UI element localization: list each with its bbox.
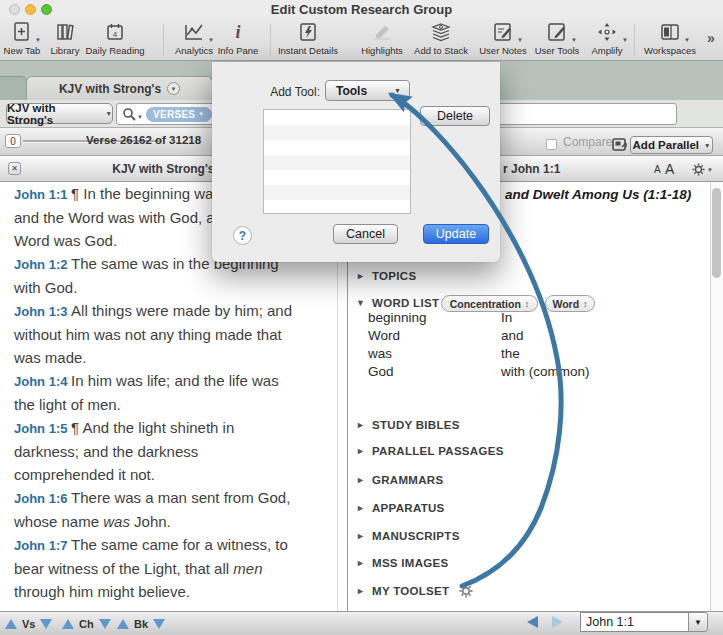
disclosure-triangle-icon[interactable]: ► <box>356 586 365 596</box>
verse-ref[interactable]: John 1:7 <box>14 538 71 553</box>
tab-menu-button[interactable]: ▼ <box>167 82 180 95</box>
verses-scope-pill[interactable]: VERSES▼ <box>146 107 212 122</box>
dropdown-caret-icon: ▼ <box>684 37 690 43</box>
dropdown-caret-icon: ▼ <box>707 167 713 173</box>
svg-text:4: 4 <box>113 30 118 39</box>
version-dropdown-button[interactable]: KJV with Strong's ▼ <box>6 103 113 124</box>
section-manuscripts[interactable]: ► MANUSCRIPTS <box>356 529 460 543</box>
search-icon[interactable] <box>122 107 136 121</box>
disclosure-triangle-icon[interactable]: ▼ <box>356 298 365 308</box>
word-list-value: In <box>501 310 512 325</box>
verse-ref[interactable]: John 1:6 <box>14 491 71 506</box>
instant-details-icon <box>297 20 319 44</box>
pane-settings-button[interactable]: ▼ <box>692 163 713 176</box>
disclosure-triangle-icon[interactable]: ► <box>356 420 365 430</box>
help-button[interactable]: ? <box>233 226 252 245</box>
updown-arrows-icon: ↕ <box>525 299 530 309</box>
amplify-icon: ▼ <box>595 20 619 44</box>
pane-detach-icon[interactable] <box>612 137 628 156</box>
right-pane-scrollbar-thumb[interactable] <box>712 188 721 278</box>
disclosure-triangle-icon[interactable]: ► <box>356 558 365 568</box>
verse-ref[interactable]: John 1:4 <box>14 374 71 389</box>
search-scope-caret-icon: ▼ <box>137 114 143 120</box>
book-nav-group: Bk <box>117 618 165 630</box>
chapter-nav-group: Ch <box>62 618 111 630</box>
stack-icon <box>429 20 453 44</box>
section-mss-images[interactable]: ► MSS IMAGES <box>356 556 448 570</box>
dropdown-caret-icon: ▼ <box>106 110 112 117</box>
tool-list-box[interactable] <box>263 109 411 214</box>
reference-dropdown-button[interactable]: ▼ <box>688 612 708 632</box>
disclosure-triangle-icon[interactable]: ► <box>356 475 365 485</box>
user-notes-icon: ▼ <box>492 20 514 44</box>
compare-checkbox[interactable] <box>546 139 557 150</box>
background-tab-stub[interactable] <box>0 76 27 100</box>
right-pane-title: r John 1:1 <box>503 162 560 176</box>
concentration-sort-dropdown[interactable]: Concentration↕ <box>441 295 538 312</box>
my-toolset-gear-icon[interactable] <box>459 584 473 598</box>
word-list-word[interactable]: Word <box>368 328 400 343</box>
window-title: Edit Custom Research Group <box>0 2 723 17</box>
verse-ref[interactable]: John 1:2 <box>14 257 71 272</box>
disclosure-triangle-icon[interactable]: ► <box>356 503 365 513</box>
cancel-button[interactable]: Cancel <box>333 224 398 244</box>
compare-label: Compare <box>563 135 612 149</box>
book-up-button[interactable] <box>117 619 129 629</box>
chapter-up-button[interactable] <box>62 619 74 629</box>
chapter-down-button[interactable] <box>99 619 111 629</box>
toolbar-daily-reading[interactable]: 4 Daily Reading <box>72 20 158 56</box>
add-parallel-button[interactable]: Add Parallel ▼ <box>630 136 713 154</box>
main-toolbar: ▼ New Tab Library 4 Daily Reading ▼ Anal… <box>0 18 723 61</box>
word-sort-dropdown[interactable]: Word↕ <box>545 295 595 312</box>
font-larger-button[interactable]: A <box>665 161 674 177</box>
disclosure-triangle-icon[interactable]: ► <box>356 446 365 456</box>
word-list-value: with (common) <box>501 364 590 379</box>
section-word-list[interactable]: ▼ WORD LIST <box>356 296 439 310</box>
dropdown-caret-icon: ▼ <box>198 111 204 117</box>
reference-input[interactable] <box>580 612 689 632</box>
verse-ref[interactable]: John 1:3 <box>14 304 71 319</box>
section-apparatus[interactable]: ► APPARATUS <box>356 501 445 515</box>
section-topics[interactable]: ► TOPICS <box>356 269 416 283</box>
verse-ref[interactable]: John 1:1 <box>14 187 71 202</box>
section-my-toolset[interactable]: ► MY TOOLSET <box>356 584 473 598</box>
history-forward-button[interactable] <box>552 616 563 628</box>
word-list-word[interactable]: was <box>368 346 392 361</box>
updown-arrows-icon: ↕ <box>583 299 588 309</box>
calendar-icon: 4 <box>104 20 126 44</box>
delete-button[interactable]: Delete <box>420 106 490 126</box>
app-window: Edit Custom Research Group ▼ New Tab Lib… <box>0 0 723 635</box>
section-grammars[interactable]: ► GRAMMARS <box>356 473 443 487</box>
section-study-bibles[interactable]: ► STUDY BIBLES <box>356 418 460 432</box>
dropdown-caret-icon: ▼ <box>394 87 401 94</box>
verse-ref[interactable]: John 1:5 <box>14 421 71 436</box>
verse-down-button[interactable] <box>40 619 52 629</box>
book-down-button[interactable] <box>153 619 165 629</box>
toolbar-workspaces[interactable]: ▼ Workspaces <box>627 20 713 56</box>
verse-nav-group: Vs <box>5 618 52 630</box>
word-list-value: the <box>501 346 520 361</box>
history-back-button[interactable] <box>527 616 538 628</box>
disclosure-triangle-icon[interactable]: ► <box>356 531 365 541</box>
info-icon: i <box>235 20 240 44</box>
update-button[interactable]: Update <box>423 224 489 244</box>
verse-up-button[interactable] <box>5 619 17 629</box>
add-tool-label: Add Tool: <box>240 85 320 99</box>
title-bar: Edit Custom Research Group <box>0 0 723 18</box>
edit-custom-research-group-dialog: Add Tool: Tools ▼ Delete ? Cancel Update <box>212 62 500 262</box>
toolbar-overflow-chevron[interactable]: » <box>707 30 715 46</box>
verse-count-status: Verse 26162 of 31218 <box>86 134 201 146</box>
disclosure-triangle-icon[interactable]: ► <box>356 271 365 281</box>
dropdown-caret-icon: ▼ <box>704 142 710 149</box>
word-list-word[interactable]: God <box>368 364 394 379</box>
tab-kjv-with-strongs[interactable]: KJV with Strong's ▼ <box>26 76 213 100</box>
workspaces-icon: ▼ <box>659 20 681 44</box>
section-parallel-passages[interactable]: ► PARALLEL PASSAGES <box>356 444 504 458</box>
verse-slider-handle[interactable]: 0 <box>5 134 21 148</box>
dropdown-caret-icon: ▼ <box>694 618 702 627</box>
gear-icon <box>692 163 705 176</box>
tool-type-dropdown[interactable]: Tools ▼ <box>325 80 410 101</box>
font-smaller-button[interactable]: A <box>654 164 661 175</box>
word-list-value: and <box>501 328 524 343</box>
word-list-word[interactable]: beginning <box>368 310 427 325</box>
